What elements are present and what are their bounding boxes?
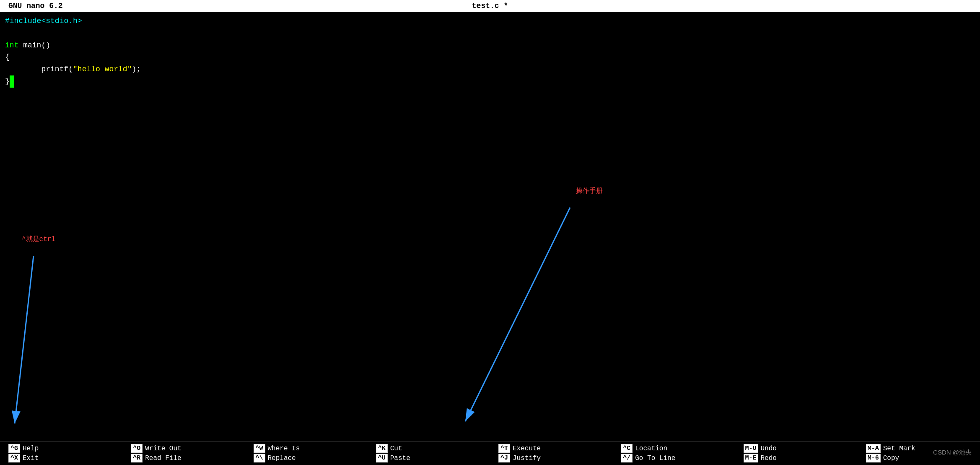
shortcut-key-6-0: M-U bbox=[744, 444, 758, 453]
shortcut-key-5-1: ^/ bbox=[621, 454, 633, 462]
shortcut-item-1-0[interactable]: ^OWrite Out bbox=[131, 444, 181, 453]
svg-line-1 bbox=[15, 256, 34, 423]
shortcut-label-2-0: Where Is bbox=[268, 445, 300, 452]
shortcut-label-3-0: Cut bbox=[390, 445, 402, 452]
shortcut-key-2-0: ^W bbox=[254, 444, 265, 453]
shortcut-label-4-1: Justify bbox=[513, 455, 541, 462]
code-line-1: #include<stdio.h> bbox=[5, 15, 975, 27]
shortcut-label-0-1: Exit bbox=[23, 455, 39, 462]
shortcut-item-5-1[interactable]: ^/Go To Line bbox=[621, 454, 675, 462]
shortcut-item-3-0[interactable]: ^KCut bbox=[376, 444, 402, 453]
shortcut-group-3: ^KCut^UPaste bbox=[368, 444, 490, 463]
shortcut-label-4-0: Execute bbox=[513, 445, 541, 452]
shortcut-label-5-1: Go To Line bbox=[635, 455, 675, 462]
shortcut-key-0-1: ^X bbox=[8, 454, 20, 462]
shortcut-key-0-0: ^G bbox=[8, 444, 20, 453]
shortcut-label-6-0: Undo bbox=[761, 445, 777, 452]
shortcut-group-1: ^OWrite Out^RRead File bbox=[122, 444, 245, 463]
shortcut-label-7-1: Copy bbox=[883, 455, 899, 462]
shortcut-item-3-1[interactable]: ^UPaste bbox=[376, 454, 410, 462]
code-line-5: printf("hello world"); bbox=[5, 63, 975, 75]
code-line-3: int main() bbox=[5, 39, 975, 52]
file-name: test.c * bbox=[472, 2, 508, 10]
code-line-blank bbox=[5, 27, 975, 39]
shortcut-group-6: M-UUndoM-ERedo bbox=[735, 444, 858, 463]
svg-line-2 bbox=[465, 208, 570, 421]
shortcut-group-0: ^GHelp^XExit bbox=[0, 444, 122, 463]
shortcut-key-7-0: M-A bbox=[866, 444, 881, 453]
code-line-6: } bbox=[5, 75, 975, 88]
shortcut-label-1-0: Write Out bbox=[145, 445, 181, 452]
shortcut-group-5: ^CLocation^/Go To Line bbox=[612, 444, 735, 463]
watermark: CSDN @池央 bbox=[933, 449, 972, 457]
shortcut-item-4-1[interactable]: ^JJustify bbox=[498, 454, 541, 462]
shortcut-label-7-0: Set Mark bbox=[883, 445, 915, 452]
shortcut-key-3-0: ^K bbox=[376, 444, 388, 453]
shortcut-label-0-0: Help bbox=[23, 445, 39, 452]
shortcut-key-7-1: M-6 bbox=[866, 454, 881, 462]
shortcut-group-4: ^TExecute^JJustify bbox=[490, 444, 612, 463]
shortcut-item-5-0[interactable]: ^CLocation bbox=[621, 444, 667, 453]
annotation-manual: 操作手册 bbox=[576, 187, 603, 195]
code-area[interactable]: #include<stdio.h> int main() { printf("h… bbox=[0, 12, 980, 91]
shortcut-item-4-0[interactable]: ^TExecute bbox=[498, 444, 541, 453]
cursor bbox=[10, 75, 14, 88]
shortcut-item-2-1[interactable]: ^\Replace bbox=[254, 454, 296, 462]
shortcut-item-7-1[interactable]: M-6Copy bbox=[866, 454, 899, 462]
shortcut-item-6-0[interactable]: M-UUndo bbox=[744, 444, 777, 453]
shortcut-label-3-1: Paste bbox=[390, 455, 410, 462]
shortcut-group-2: ^WWhere Is^\Replace bbox=[245, 444, 368, 463]
shortcut-key-4-0: ^T bbox=[498, 444, 510, 453]
bottom-bar: ^GHelp^XExit^OWrite Out^RRead File^WWher… bbox=[0, 441, 980, 465]
shortcut-key-6-1: M-E bbox=[744, 454, 758, 462]
shortcut-key-3-1: ^U bbox=[376, 454, 388, 462]
shortcut-item-6-1[interactable]: M-ERedo bbox=[744, 454, 777, 462]
annotation-ctrl: ^就是ctrl bbox=[22, 235, 55, 244]
shortcut-item-2-0[interactable]: ^WWhere Is bbox=[254, 444, 300, 453]
shortcut-key-2-1: ^\ bbox=[254, 454, 265, 462]
shortcut-key-1-1: ^R bbox=[131, 454, 143, 462]
shortcut-item-7-0[interactable]: M-ASet Mark bbox=[866, 444, 915, 453]
shortcut-label-6-1: Redo bbox=[761, 455, 777, 462]
code-line-4: { bbox=[5, 51, 975, 63]
shortcut-key-4-1: ^J bbox=[498, 454, 510, 462]
shortcut-key-5-0: ^C bbox=[621, 444, 633, 453]
shortcut-label-2-1: Replace bbox=[268, 455, 296, 462]
shortcut-label-5-0: Location bbox=[635, 445, 667, 452]
shortcut-item-1-1[interactable]: ^RRead File bbox=[131, 454, 181, 462]
shortcut-row: ^GHelp^XExit^OWrite Out^RRead File^WWher… bbox=[0, 442, 980, 465]
shortcut-item-0-0[interactable]: ^GHelp bbox=[8, 444, 39, 453]
shortcut-label-1-1: Read File bbox=[145, 455, 181, 462]
app-name: GNU nano 6.2 bbox=[8, 2, 63, 10]
shortcut-key-1-0: ^O bbox=[131, 444, 143, 453]
shortcut-item-0-1[interactable]: ^XExit bbox=[8, 454, 39, 462]
title-bar: GNU nano 6.2 test.c * bbox=[0, 0, 980, 12]
